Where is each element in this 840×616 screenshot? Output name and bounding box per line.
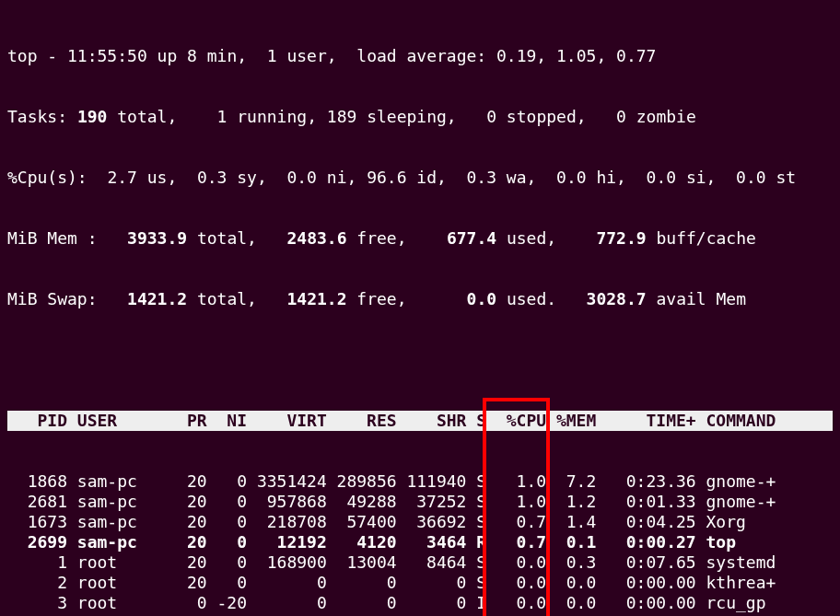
cell-user: sam-pc <box>67 471 158 492</box>
cell-time: 0:00.27 <box>596 532 695 552</box>
cell-shr: 0 <box>397 593 467 613</box>
mem-label: MiB Mem : <box>7 228 98 248</box>
cell-res: 57400 <box>327 512 397 532</box>
cell-mem: 1.2 <box>546 492 596 512</box>
cell-res: 0 <box>327 573 397 593</box>
process-list: 1868sam-pc2003351424289856111940S1.07.20… <box>7 471 833 616</box>
cell-ni: 0 <box>207 552 247 573</box>
cell-pid: 1673 <box>7 512 67 532</box>
summary-line-mem: MiB Mem : 3933.9 total, 2483.6 free, 677… <box>7 228 833 249</box>
process-row: 2root200000S0.00.00:00.00kthrea+ <box>7 573 833 593</box>
blank-line <box>7 350 833 370</box>
cell-time: 0:00.00 <box>596 593 695 613</box>
cell-user: sam-pc <box>67 532 158 552</box>
cell-time: 0:00.00 <box>596 573 695 593</box>
process-row: 1868sam-pc2003351424289856111940S1.07.20… <box>7 471 833 492</box>
cell-cmd: top <box>696 532 796 552</box>
col-virt[interactable]: VIRT <box>247 411 327 431</box>
cell-res: 289856 <box>327 471 397 492</box>
col-cpu[interactable]: %CPU <box>486 411 546 431</box>
process-row: 2681sam-pc2009578684928837252S1.01.20:01… <box>7 492 833 512</box>
cell-user: sam-pc <box>67 492 158 512</box>
cell-s: S <box>466 512 486 532</box>
cell-pr: 0 <box>158 593 207 613</box>
cell-ni: 0 <box>207 532 247 552</box>
cell-mem: 7.2 <box>546 471 596 492</box>
cell-time: 0:07.65 <box>596 552 695 573</box>
col-time[interactable]: TIME+ <box>596 411 695 431</box>
cell-s: S <box>466 552 486 573</box>
cell-pr: 20 <box>158 512 207 532</box>
process-row: 2699sam-pc2001219241203464R0.70.10:00.27… <box>7 532 833 552</box>
cell-pid: 3 <box>7 593 67 613</box>
cell-cpu: 0.7 <box>486 532 546 552</box>
cell-ni: 0 <box>207 492 247 512</box>
cell-mem: 0.0 <box>546 573 596 593</box>
cell-shr: 8464 <box>397 552 467 573</box>
col-cmd[interactable]: COMMAND <box>696 411 796 431</box>
tasks-label: Tasks: <box>7 107 67 126</box>
cell-shr: 3464 <box>397 532 467 552</box>
column-header-row[interactable]: PIDUSERPRNIVIRTRESSHRS%CPU%MEMTIME+COMMA… <box>7 411 833 431</box>
cell-cpu: 0.0 <box>486 573 546 593</box>
cell-cmd: gnome-+ <box>696 471 796 492</box>
cell-cmd: rcu_gp <box>696 593 796 613</box>
cell-pr: 20 <box>158 471 207 492</box>
cell-virt: 12192 <box>247 532 327 552</box>
col-shr[interactable]: SHR <box>397 411 467 431</box>
cell-cpu: 0.0 <box>486 593 546 613</box>
col-pid[interactable]: PID <box>7 411 67 431</box>
col-s[interactable]: S <box>466 411 486 431</box>
cell-cpu: 1.0 <box>486 471 546 492</box>
col-user[interactable]: USER <box>67 411 158 431</box>
cell-virt: 3351424 <box>247 471 327 492</box>
cell-pid: 1868 <box>7 471 67 492</box>
cell-ni: 0 <box>207 512 247 532</box>
summary-line-swap: MiB Swap: 1421.2 total, 1421.2 free, 0.0… <box>7 289 833 309</box>
cell-shr: 0 <box>397 573 467 593</box>
cell-time: 0:04.25 <box>596 512 695 532</box>
cell-mem: 0.1 <box>546 532 596 552</box>
cell-time: 0:23.36 <box>596 471 695 492</box>
cell-cmd: systemd <box>696 552 796 573</box>
cell-res: 49288 <box>327 492 397 512</box>
cell-user: sam-pc <box>67 512 158 532</box>
cell-ni: 0 <box>207 471 247 492</box>
cell-mem: 0.0 <box>546 593 596 613</box>
tasks-total: 190 <box>77 107 108 126</box>
cell-s: S <box>466 573 486 593</box>
col-res[interactable]: RES <box>327 411 397 431</box>
col-pr[interactable]: PR <box>158 411 207 431</box>
cell-shr: 37252 <box>397 492 467 512</box>
summary-line-cpu: %Cpu(s): 2.7 us, 0.3 sy, 0.0 ni, 96.6 id… <box>7 168 833 188</box>
cell-s: S <box>466 471 486 492</box>
cell-shr: 36692 <box>397 512 467 532</box>
cell-time: 0:01.33 <box>596 492 695 512</box>
cell-s: S <box>466 492 486 512</box>
cpu-label: %Cpu(s): <box>7 168 88 187</box>
cell-pid: 2681 <box>7 492 67 512</box>
cell-ni: 0 <box>207 573 247 593</box>
cell-res: 4120 <box>327 532 397 552</box>
cell-pr: 20 <box>158 573 207 593</box>
cell-virt: 218708 <box>247 512 327 532</box>
cell-pid: 1 <box>7 552 67 573</box>
cell-mem: 0.3 <box>546 552 596 573</box>
cell-user: root <box>67 593 158 613</box>
col-ni[interactable]: NI <box>207 411 247 431</box>
cell-mem: 1.4 <box>546 512 596 532</box>
terminal[interactable]: top - 11:55:50 up 8 min, 1 user, load av… <box>0 0 840 616</box>
cell-cmd: gnome-+ <box>696 492 796 512</box>
col-mem[interactable]: %MEM <box>546 411 596 431</box>
cell-s: R <box>466 532 486 552</box>
cell-s: I <box>466 593 486 613</box>
process-row: 1673sam-pc2002187085740036692S0.71.40:04… <box>7 512 833 532</box>
cell-cmd: Xorg <box>696 512 796 532</box>
swap-label: MiB Swap: <box>7 289 98 308</box>
cell-cpu: 0.7 <box>486 512 546 532</box>
cell-virt: 0 <box>247 573 327 593</box>
process-row: 1root200168900130048464S0.00.30:07.65sys… <box>7 552 833 573</box>
summary-line-tasks: Tasks: 190 total, 1 running, 189 sleepin… <box>7 107 833 127</box>
cell-shr: 111940 <box>397 471 467 492</box>
cell-cpu: 0.0 <box>486 552 546 573</box>
